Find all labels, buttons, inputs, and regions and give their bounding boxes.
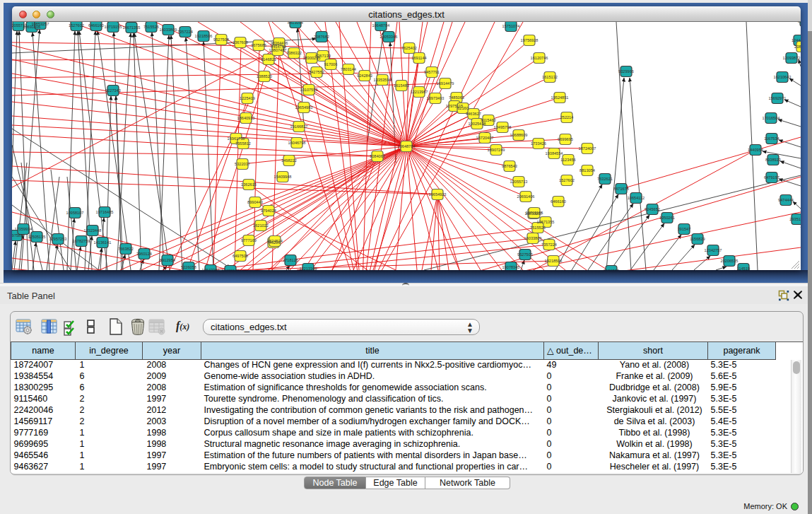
- svg-text:2718126: 2718126: [283, 258, 298, 262]
- svg-text:7625402: 7625402: [401, 46, 417, 50]
- svg-text:19078345: 19078345: [502, 265, 520, 269]
- svg-text:8186328: 8186328: [604, 269, 619, 271]
- svg-text:16782759: 16782759: [73, 239, 90, 243]
- svg-text:18640910: 18640910: [237, 116, 255, 120]
- svg-text:9245652: 9245652: [645, 207, 660, 211]
- svg-text:16033809: 16033809: [524, 236, 542, 240]
- svg-text:20364436: 20364436: [271, 41, 288, 45]
- svg-text:7803144: 7803144: [341, 67, 356, 71]
- svg-text:12505135: 12505135: [28, 235, 46, 239]
- svg-text:2087682: 2087682: [314, 35, 329, 39]
- svg-text:8813054: 8813054: [288, 22, 303, 25]
- svg-text:1691144: 1691144: [411, 56, 426, 60]
- svg-text:19218506: 19218506: [195, 34, 213, 38]
- svg-text:2087682: 2087682: [794, 45, 801, 49]
- svg-text:1225419: 1225419: [240, 96, 255, 100]
- svg-text:1244415: 1244415: [792, 38, 801, 42]
- svg-text:9463627: 9463627: [466, 112, 481, 116]
- svg-text:19384554: 19384554: [546, 151, 563, 156]
- svg-text:15692971: 15692971: [769, 96, 787, 100]
- svg-text:1362615: 1362615: [241, 182, 257, 187]
- svg-text:16046798: 16046798: [288, 141, 306, 145]
- svg-text:8813054: 8813054: [579, 168, 595, 173]
- svg-text:62160: 62160: [457, 106, 469, 110]
- svg-text:2935114: 2935114: [789, 217, 801, 221]
- svg-text:30975857: 30975857: [12, 233, 25, 238]
- svg-text:9457791: 9457791: [424, 70, 440, 74]
- svg-text:252214: 252214: [560, 115, 574, 119]
- svg-text:1615483: 1615483: [394, 83, 409, 88]
- svg-text:9474444: 9474444: [778, 198, 794, 202]
- svg-text:6497508: 6497508: [233, 254, 248, 258]
- svg-text:12055713: 12055713: [510, 180, 528, 184]
- svg-text:10807487: 10807487: [269, 48, 287, 52]
- svg-text:10648784: 10648784: [372, 23, 390, 28]
- svg-text:1615132: 1615132: [542, 75, 558, 79]
- svg-text:1123456: 1123456: [560, 158, 575, 162]
- svg-text:917006: 917006: [324, 62, 338, 66]
- svg-text:23420046: 23420046: [222, 269, 240, 271]
- svg-text:16033809: 16033809: [160, 28, 177, 32]
- svg-text:9242843: 9242843: [357, 74, 372, 78]
- svg-text:9227343: 9227343: [105, 88, 121, 93]
- svg-text:1440954: 1440954: [748, 148, 763, 152]
- svg-text:9876543: 9876543: [502, 164, 517, 168]
- svg-text:17016504: 17016504: [763, 116, 780, 120]
- svg-text:9527505: 9527505: [517, 252, 533, 257]
- svg-text:8267130: 8267130: [315, 54, 331, 58]
- svg-text:20053346: 20053346: [380, 35, 398, 39]
- svg-text:13495798: 13495798: [494, 125, 512, 129]
- svg-text:13353594: 13353594: [374, 78, 392, 82]
- svg-text:9794028: 9794028: [261, 209, 276, 213]
- svg-text:12323448: 12323448: [84, 228, 102, 233]
- svg-text:3624534: 3624534: [267, 239, 283, 243]
- svg-text:9146821: 9146821: [261, 57, 276, 62]
- svg-text:19218506: 19218506: [545, 259, 563, 263]
- svg-text:5322037: 5322037: [235, 162, 250, 166]
- svg-text:10648784: 10648784: [398, 144, 416, 148]
- svg-text:16914479: 16914479: [437, 81, 454, 86]
- svg-text:12093872: 12093872: [783, 56, 801, 60]
- svg-text:391547: 391547: [678, 227, 691, 231]
- svg-text:1167534: 1167534: [764, 136, 779, 141]
- svg-text:1621022: 1621022: [253, 223, 269, 228]
- svg-text:10671355: 10671355: [123, 25, 141, 30]
- svg-text:2367608: 2367608: [233, 40, 248, 45]
- svg-text:8938923: 8938923: [765, 158, 781, 162]
- svg-text:1350261: 1350261: [659, 216, 675, 220]
- svg-text:1527602: 1527602: [69, 23, 84, 28]
- svg-text:16543362: 16543362: [202, 268, 220, 271]
- svg-text:10719155: 10719155: [105, 25, 122, 29]
- svg-text:15751074: 15751074: [502, 24, 520, 28]
- svg-text:12342757: 12342757: [705, 248, 722, 252]
- svg-text:5226058: 5226058: [181, 265, 196, 269]
- svg-text:19654923: 19654923: [429, 192, 447, 197]
- svg-text:7515526: 7515526: [143, 25, 159, 29]
- svg-text:6479197: 6479197: [764, 175, 779, 180]
- svg-text:7632621: 7632621: [597, 177, 613, 181]
- svg-text:20206535: 20206535: [721, 259, 739, 263]
- svg-text:20691406: 20691406: [517, 194, 535, 199]
- svg-text:19756928: 19756928: [521, 38, 539, 42]
- svg-text:10958107: 10958107: [66, 211, 84, 215]
- svg-text:8215955: 8215955: [798, 22, 801, 23]
- svg-text:12213369: 12213369: [300, 267, 317, 271]
- svg-text:19166827: 19166827: [290, 124, 308, 129]
- svg-text:19716485: 19716485: [96, 210, 114, 214]
- svg-text:8912954: 8912954: [160, 258, 175, 262]
- svg-text:7357224: 7357224: [177, 30, 193, 34]
- svg-text:114519: 114519: [737, 267, 750, 271]
- svg-text:9329966: 9329966: [618, 69, 634, 74]
- svg-text:6466160: 6466160: [551, 199, 566, 204]
- svg-text:1388520: 1388520: [257, 74, 272, 78]
- svg-text:9699695: 9699695: [558, 137, 573, 141]
- svg-text:14136141: 14136141: [94, 240, 112, 245]
- svg-text:9527508: 9527508: [213, 37, 229, 42]
- svg-text:7955812: 7955812: [235, 141, 251, 146]
- svg-text:7485063: 7485063: [449, 95, 464, 100]
- svg-text:1156829: 1156829: [690, 237, 705, 241]
- svg-text:3084067: 3084067: [370, 154, 385, 158]
- svg-text:15409948: 15409948: [274, 175, 292, 179]
- svg-text:10719155: 10719155: [526, 211, 543, 215]
- svg-text:7386322: 7386322: [286, 51, 302, 55]
